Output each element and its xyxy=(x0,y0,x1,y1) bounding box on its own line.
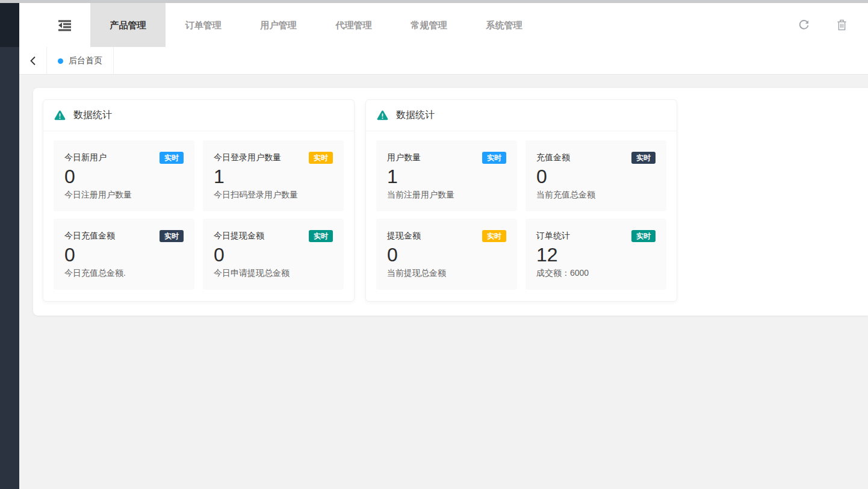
header-actions xyxy=(792,3,854,47)
stat-label: 充值金额 xyxy=(536,152,570,163)
panel-header: 数据统计 xyxy=(366,100,677,131)
stat-desc: 当前注册用户数量 xyxy=(387,190,506,201)
tab-bar: 后台首页 xyxy=(19,47,868,75)
stat-value: 0 xyxy=(536,166,656,188)
stat-label: 今日充值金额 xyxy=(64,231,115,241)
panel-title: 数据统计 xyxy=(73,109,112,122)
stat-label: 今日提现金额 xyxy=(214,231,264,241)
stat-desc: 当前提现总金额 xyxy=(387,268,506,279)
collapse-sidebar-button[interactable] xyxy=(51,3,78,47)
stat-card-today-withdraw: 今日提现金额 实时 0 今日申请提现总金额 xyxy=(203,219,344,290)
realtime-badge: 实时 xyxy=(160,230,184,242)
stat-card-recharge-amount: 充值金额 实时 0 当前充值总金额 xyxy=(525,140,666,211)
tab-backend-home[interactable]: 后台首页 xyxy=(47,47,114,75)
realtime-badge: 实时 xyxy=(160,152,184,164)
stat-card-today-recharge: 今日充值金额 实时 0 今日充值总金额. xyxy=(54,219,194,290)
panel-body: 今日新用户 实时 0 今日注册用户数量 今日登录用户数量 实时 1 今日扫码登录… xyxy=(43,131,354,301)
stat-value: 1 xyxy=(387,166,506,188)
stat-desc: 今日扫码登录用户数量 xyxy=(214,190,333,201)
stat-value: 1 xyxy=(214,166,333,188)
stat-desc: 今日注册用户数量 xyxy=(64,190,184,201)
top-strip xyxy=(0,0,868,3)
stat-card-withdraw-amount: 提现金额 实时 0 当前提现总金额 xyxy=(376,219,517,290)
stat-desc: 当前充值总金额 xyxy=(536,190,656,201)
stat-label: 提现金额 xyxy=(387,231,421,241)
content-area: 数据统计 今日新用户 实时 0 今日注册用户数量 今日登录用户数量 xyxy=(19,75,868,489)
nav-item-general-management[interactable]: 常规管理 xyxy=(391,3,467,47)
nav-item-product-management[interactable]: 产品管理 xyxy=(90,3,166,47)
stats-panel-total: 数据统计 用户数量 实时 1 当前注册用户数量 充值金额 xyxy=(365,99,677,302)
stat-card-today-login-users: 今日登录用户数量 实时 1 今日扫码登录用户数量 xyxy=(203,140,344,211)
stat-value: 0 xyxy=(387,244,506,266)
stat-desc: 今日申请提现总金额 xyxy=(214,268,333,279)
realtime-badge: 实时 xyxy=(309,152,333,164)
realtime-badge: 实时 xyxy=(482,152,506,164)
panel-header: 数据统计 xyxy=(43,100,354,131)
sidebar-rail-top xyxy=(0,3,19,47)
realtime-badge: 实时 xyxy=(309,230,333,242)
realtime-badge: 实时 xyxy=(631,230,656,242)
nav-item-system-management[interactable]: 系统管理 xyxy=(467,3,542,47)
active-tab-dot xyxy=(58,58,63,64)
stat-desc: 成交额：6000 xyxy=(536,268,656,279)
collapse-menu-icon xyxy=(57,19,72,31)
tab-label: 后台首页 xyxy=(69,55,102,66)
stat-label: 今日新用户 xyxy=(64,152,107,163)
stat-label: 今日登录用户数量 xyxy=(214,152,281,163)
nav-item-user-management[interactable]: 用户管理 xyxy=(241,3,316,47)
sidebar-rail xyxy=(0,3,19,489)
panel-body: 用户数量 实时 1 当前注册用户数量 充值金额 实时 0 当前充值总金额 xyxy=(366,131,677,301)
stat-label: 用户数量 xyxy=(387,152,421,163)
stats-panel-today: 数据统计 今日新用户 实时 0 今日注册用户数量 今日登录用户数量 xyxy=(43,99,355,302)
stat-card-user-count: 用户数量 实时 1 当前注册用户数量 xyxy=(376,140,517,211)
realtime-badge: 实时 xyxy=(482,230,506,242)
stat-value: 12 xyxy=(536,244,656,266)
stat-value: 0 xyxy=(64,244,184,266)
realtime-badge: 实时 xyxy=(631,152,656,164)
nav-item-agent-management[interactable]: 代理管理 xyxy=(316,3,391,47)
stat-card-today-new-users: 今日新用户 实时 0 今日注册用户数量 xyxy=(54,140,194,211)
stat-desc: 今日充值总金额. xyxy=(64,268,184,279)
tabs-scroll-left-button[interactable] xyxy=(19,47,47,75)
panels-row: 数据统计 今日新用户 实时 0 今日注册用户数量 今日登录用户数量 xyxy=(43,99,858,302)
stat-value: 0 xyxy=(64,166,184,188)
header: 产品管理 订单管理 用户管理 代理管理 常规管理 系统管理 xyxy=(19,3,868,47)
warning-triangle-icon xyxy=(54,110,66,120)
panel-title: 数据统计 xyxy=(396,109,435,122)
refresh-icon xyxy=(798,19,810,31)
warning-triangle-icon xyxy=(377,110,388,120)
delete-button[interactable] xyxy=(829,3,854,47)
nav-item-order-management[interactable]: 订单管理 xyxy=(166,3,241,47)
content-card: 数据统计 今日新用户 实时 0 今日注册用户数量 今日登录用户数量 xyxy=(33,88,868,316)
chevron-left-icon xyxy=(29,56,36,66)
stat-value: 0 xyxy=(214,244,333,266)
main-nav: 产品管理 订单管理 用户管理 代理管理 常规管理 系统管理 xyxy=(90,3,542,47)
refresh-button[interactable] xyxy=(792,3,816,47)
stat-card-order-stats: 订单统计 实时 12 成交额：6000 xyxy=(525,219,666,290)
stat-label: 订单统计 xyxy=(536,231,570,241)
trash-icon xyxy=(837,19,847,31)
